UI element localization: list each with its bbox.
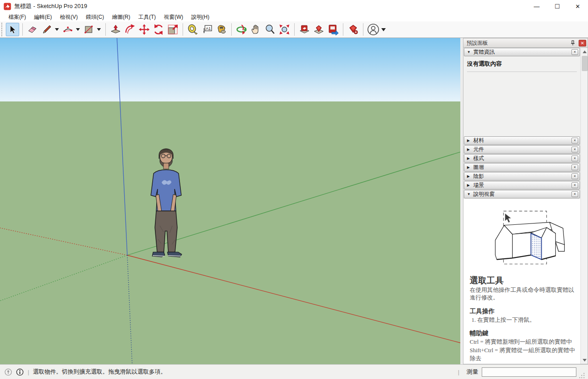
extension-manager-button[interactable] [346,23,360,36]
line-tool-dropdown[interactable] [54,23,60,36]
paint-bucket-icon [216,24,227,35]
section-layers[interactable]: ▶ 圖層 × [464,163,580,172]
push-pull-tool-button[interactable] [109,23,122,36]
main-area: 預設面板 ✕ ▼ 實體資訊 × [0,38,588,364]
section-label: 材料 [473,137,571,144]
arc-tool-dropdown[interactable] [75,23,81,36]
push-pull-icon [110,24,121,35]
status-separator: | [458,369,459,375]
account-icon [367,23,379,36]
select-tool-button[interactable] [6,23,19,36]
menu-tools[interactable]: 工具(T) [134,13,160,22]
collapse-triangle-icon: ▶ [467,183,473,187]
section-close-button[interactable]: × [571,49,578,55]
rectangle-tool-button[interactable] [82,23,96,36]
rotate-icon [153,24,164,35]
scale-icon [167,24,179,35]
zoom-extents-tool-button[interactable] [278,23,291,36]
section-instructor[interactable]: ▼ 說明視窗 × [464,190,580,198]
arc-tool-button[interactable] [61,23,75,36]
resize-grip-icon[interactable] [579,373,585,379]
chevron-down-icon [97,28,101,31]
extension-warehouse-button[interactable] [312,23,325,36]
credits-info-button[interactable] [15,367,24,376]
menu-file[interactable]: 檔案(F) [4,13,30,22]
section-close-button[interactable]: × [571,147,578,152]
3d-warehouse-button[interactable] [298,23,311,36]
toolbar-drag-handle[interactable] [1,23,4,36]
section-close-button[interactable]: × [571,138,578,143]
auto-hide-pin-button[interactable] [569,39,577,46]
menu-view[interactable]: 檢視(V) [56,13,82,22]
rotate-tool-button[interactable] [152,23,165,36]
send-to-layout-button[interactable] [326,23,340,36]
section-label: 元件 [473,146,571,153]
scrollbar-thumb[interactable] [582,56,588,71]
follow-me-tool-button[interactable] [123,23,137,36]
chevron-down-icon [55,28,59,31]
orbit-tool-button[interactable] [235,23,248,36]
panel-title: 預設面板 [467,39,569,47]
extension-warehouse-icon [313,24,325,35]
geolocation-button[interactable] [4,367,13,376]
menu-camera[interactable]: 鏡頭(C) [82,13,108,22]
section-close-button[interactable]: × [571,164,578,170]
viewport-canvas[interactable] [0,38,460,364]
rectangle-tool-dropdown[interactable] [96,23,102,36]
collapse-triangle-icon: ▶ [467,156,473,160]
follow-me-icon [124,24,136,35]
section-scenes[interactable]: ▶ 場景 × [464,181,580,190]
section-close-button[interactable]: × [571,173,578,179]
scrollbar-up-arrow[interactable] [581,48,588,55]
sign-in-button[interactable] [367,23,380,36]
section-label: 圖層 [473,164,571,171]
line-tool-button[interactable] [40,23,54,36]
pan-tool-button[interactable] [249,23,263,36]
close-button[interactable]: ✕ [567,0,588,13]
instructor-operation-step: 1. 在實體上按一下滑鼠。 [471,316,575,324]
eraser-tool-button[interactable] [26,23,39,36]
section-label: 實體資訊 [473,48,571,56]
panel-close-button[interactable]: ✕ [579,40,586,46]
section-materials[interactable]: ▶ 材料 × [464,136,580,145]
collapse-triangle-icon: ▶ [467,147,473,152]
section-components[interactable]: ▶ 元件 × [464,145,580,154]
arc-icon [63,24,73,35]
menu-help[interactable]: 說明(H) [187,13,213,22]
tape-measure-tool-button[interactable] [186,23,200,36]
zoom-icon [264,24,276,35]
instructor-description: 在使用其他操作工具或命令時選取實體以進行修改。 [470,286,575,302]
section-shadows[interactable]: ▶ 陰影 × [464,172,580,181]
section-styles[interactable]: ▶ 樣式 × [464,154,580,163]
status-message: 選取物件。切換到擴充選取。拖曳滑鼠以選取多項。 [33,368,166,376]
move-tool-button[interactable] [138,23,151,36]
send-to-layout-icon [327,24,339,35]
eraser-icon [27,24,38,35]
section-close-button[interactable]: × [571,191,578,197]
section-entity-info[interactable]: ▼ 實體資訊 × [464,48,580,56]
sign-in-dropdown[interactable] [380,23,386,36]
default-tray-panel: 預設面板 ✕ ▼ 實體資訊 × [463,38,588,364]
minimize-button[interactable]: — [526,0,547,13]
instructor-house-illustration [476,205,570,272]
scale-tool-button[interactable] [166,23,179,36]
menu-draw[interactable]: 繪圖(R) [108,13,134,22]
maximize-button[interactable]: ☐ [547,0,567,13]
section-close-button[interactable]: × [571,156,578,161]
menu-edit[interactable]: 編輯(E) [30,13,56,22]
zoom-tool-button[interactable] [263,23,277,36]
scrollbar-down-arrow[interactable] [581,356,588,364]
section-label: 說明視窗 [473,190,571,198]
triangle-down-icon [583,359,587,362]
text-tool-button[interactable]: A1 [200,23,214,36]
collapse-triangle-icon: ▶ [467,174,473,178]
collapse-triangle-icon: ▶ [467,139,473,143]
3d-warehouse-icon [299,24,310,35]
sketchup-logo-icon [4,3,11,10]
menu-window[interactable]: 視窗(W) [160,13,187,22]
paint-bucket-tool-button[interactable] [215,23,228,36]
section-close-button[interactable]: × [571,182,578,188]
instructor-modifiers-heading: 輔助鍵 [470,329,575,337]
panel-scrollbar[interactable] [580,48,588,364]
measurements-input[interactable] [482,367,576,377]
